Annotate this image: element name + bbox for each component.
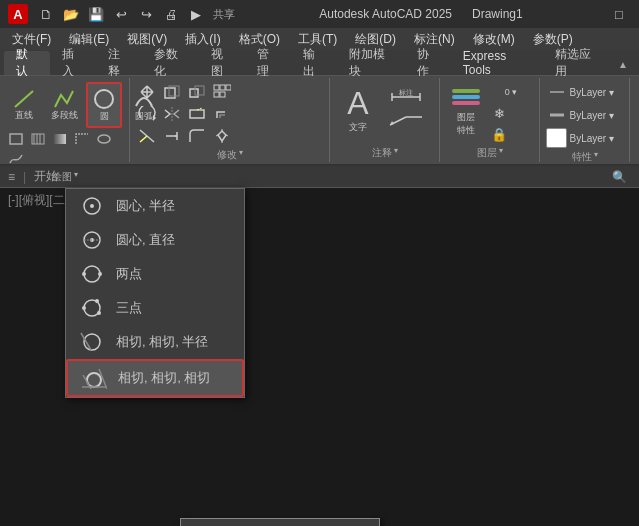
new-button[interactable]: 🗋 [34, 3, 58, 25]
tab-insert[interactable]: 插入 [50, 51, 96, 75]
layer-prop-label: 图层特性 [457, 111, 475, 137]
menu-item-three-points[interactable]: 三点 [66, 291, 244, 325]
stretch-button[interactable] [186, 104, 208, 124]
line-button[interactable]: 直线 [6, 82, 42, 128]
properties-dropdown-arrow[interactable]: ▾ [594, 150, 598, 164]
array-button[interactable] [211, 82, 233, 102]
explode-icon [213, 128, 231, 144]
spline-button[interactable] [6, 150, 26, 168]
circle-icon [92, 88, 116, 110]
circle-label: 圆 [100, 110, 109, 123]
dim-button[interactable]: 标注 [386, 82, 426, 106]
ribbon-collapse-btn[interactable]: ▲ [611, 53, 635, 75]
menu-item-tan-tan-radius[interactable]: 相切, 相切, 半径 [66, 325, 244, 359]
offset-button[interactable] [211, 104, 233, 124]
tab-default[interactable]: 默认 [4, 51, 50, 75]
modify-dropdown-arrow[interactable]: ▾ [239, 148, 243, 162]
prop-row2: ByLayer ▾ [546, 105, 623, 125]
search-button[interactable]: 🔍 [607, 166, 631, 188]
menu-item-two-points[interactable]: 两点 [66, 257, 244, 291]
redo-button[interactable]: ↪ [134, 3, 158, 25]
misc-section: ☀ 🌐 0 视图 [630, 78, 639, 162]
trim-button[interactable] [136, 126, 158, 146]
autocad-title: Autodesk AutoCAD 2025 [319, 7, 452, 21]
menu-modify[interactable]: 修改(M) [465, 28, 523, 50]
draw-tools-row: 直线 多段线 圆 [6, 82, 123, 128]
tan-tan-tan-icon [80, 367, 108, 389]
tab-collaborate[interactable]: 协作 [405, 51, 451, 75]
menu-item-center-radius[interactable]: 圆心, 半径 [66, 189, 244, 223]
undo-button[interactable]: ↩ [109, 3, 133, 25]
boundary-button[interactable] [72, 130, 92, 148]
layers-label: 图层 [477, 146, 497, 160]
fillet-button[interactable] [186, 126, 208, 146]
layers-dropdown-arrow[interactable]: ▾ [499, 146, 503, 160]
rect-button[interactable] [6, 130, 26, 148]
tab-expresstools[interactable]: Express Tools [451, 51, 543, 75]
tab-fineapp[interactable]: 精选应用 [543, 51, 611, 75]
circle-tool-group: 圆 [86, 82, 122, 128]
ellipse-button[interactable] [94, 130, 114, 148]
lineweight-button[interactable] [546, 105, 567, 125]
layer-properties-button[interactable]: 图层特性 [446, 82, 485, 138]
tab-parameterize[interactable]: 参数化 [142, 51, 199, 75]
polyline-button[interactable]: 多段线 [46, 82, 82, 128]
text-a-icon: A [347, 87, 368, 119]
rotate-button[interactable] [136, 104, 158, 124]
svg-rect-24 [214, 85, 219, 90]
svg-rect-7 [54, 134, 66, 144]
app-logo[interactable]: A [8, 4, 28, 24]
two-points-icon [78, 263, 106, 285]
prop-tools: ByLayer ▾ ByLayer ▾ ByLayer ▾ [546, 82, 623, 148]
scale-button[interactable] [186, 82, 208, 102]
tab-manage[interactable]: 管理 [245, 51, 291, 75]
layer-freeze-button[interactable]: ❄ [489, 104, 509, 122]
leader-button[interactable] [386, 108, 426, 132]
layers-section: 图层特性 0 ▾ ❄ 🔒 图层 ▾ [440, 78, 540, 162]
properties-label: 特性 [572, 150, 592, 164]
svg-rect-42 [452, 95, 480, 99]
three-points-icon [78, 297, 106, 319]
tab-output[interactable]: 输出 [291, 51, 337, 75]
layer-lock-button[interactable]: 🔒 [489, 125, 509, 143]
tab-annotate[interactable]: 注释 [96, 51, 142, 75]
open-button[interactable]: 📂 [59, 3, 83, 25]
color-button[interactable] [546, 128, 567, 148]
gradient-button[interactable] [50, 130, 70, 148]
menu-item-center-diameter[interactable]: 圆心, 直径 [66, 223, 244, 257]
mirror-button[interactable] [161, 104, 183, 124]
mirror-icon [163, 106, 181, 122]
annotate-tools: A 文字 标注 [336, 82, 433, 144]
restore-button[interactable]: □ [607, 3, 631, 25]
menu-item-tan-tan-tan[interactable]: 相切, 相切, 相切 [66, 359, 244, 397]
hatch-icon [31, 133, 45, 145]
layer-combo[interactable]: 0 ▾ [489, 83, 533, 101]
nav-button[interactable]: ▶ [184, 3, 208, 25]
modify-main-tools [136, 82, 158, 146]
draw-dropdown-arrow[interactable]: ▾ [74, 170, 78, 184]
properties-section: ByLayer ▾ ByLayer ▾ ByLayer ▾ 特性 ▾ [540, 78, 630, 162]
text-button[interactable]: A 文字 [336, 82, 380, 138]
tab-addon[interactable]: 附加模块 [337, 51, 405, 75]
tab-view[interactable]: 视图 [199, 51, 245, 75]
circle-button[interactable]: 圆 [86, 82, 122, 128]
svg-text:标注: 标注 [398, 89, 413, 96]
move-button[interactable] [136, 82, 158, 102]
plot-button[interactable]: 🖨 [159, 3, 183, 25]
dim-icon: 标注 [388, 85, 424, 103]
polyline-label: 多段线 [51, 109, 78, 122]
leader-icon [388, 111, 424, 129]
hatch-button[interactable] [28, 130, 48, 148]
copy-button[interactable] [161, 82, 183, 102]
explode-button[interactable] [211, 126, 233, 146]
svg-line-11 [140, 136, 147, 142]
prop-row3: ByLayer ▾ [546, 128, 623, 148]
save-button[interactable]: 💾 [84, 3, 108, 25]
app-container: A 🗋 📂 💾 ↩ ↪ 🖨 ▶ 共享 Autodesk AutoCAD 2025… [0, 0, 639, 526]
extend-button[interactable] [161, 126, 183, 146]
drawing-name: Drawing1 [472, 7, 523, 21]
share-label[interactable]: 共享 [213, 7, 235, 22]
annotate-dropdown-arrow[interactable]: ▾ [394, 146, 398, 160]
linetype-button[interactable] [546, 82, 567, 102]
quick-access-toolbar: 🗋 📂 💾 ↩ ↪ 🖨 ▶ 共享 [34, 3, 235, 25]
